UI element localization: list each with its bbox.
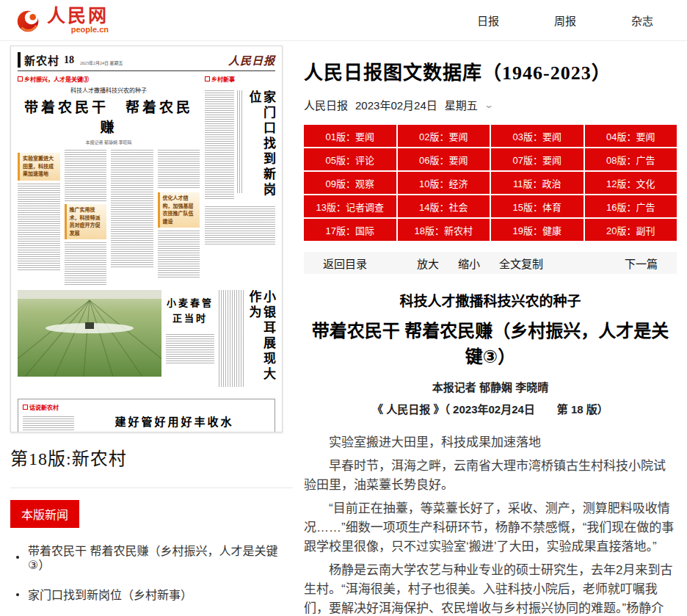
paper-masthead-row: 新农村 18 2023年2月24日 星期五 人民日报 xyxy=(18,52,275,68)
simulated-vertical-text xyxy=(237,90,244,193)
paper-column: 优化人才结构，加强基层农技推广队伍建设 xyxy=(158,150,200,285)
article-overline: 科技人才撒播科技兴农的种子 xyxy=(304,290,677,310)
people-swirl-icon xyxy=(15,7,43,35)
page-cell[interactable]: 01版：要闻 xyxy=(304,125,396,147)
page-cell-label: 18版：新农村 xyxy=(415,223,473,237)
page-cell-label: 09版：观察 xyxy=(326,176,374,190)
issue-date-selector[interactable]: 人民日报 2023年02月24日 星期五 ⌄ xyxy=(304,97,500,112)
page-cell[interactable]: 13版：记者调查 xyxy=(304,195,396,217)
zoom-in-button[interactable]: 放大 xyxy=(417,256,439,271)
chevron-down-icon[interactable]: ⌄ xyxy=(484,100,494,110)
brand-domain: people.cn xyxy=(71,25,109,34)
paper-kicker-right: 乡村新事 xyxy=(205,75,275,83)
zoom-out-button[interactable]: 缩小 xyxy=(458,256,480,271)
article: 科技人才撒播科技兴农的种子 带着农民干 帮着农民赚（乡村振兴，人才是关键③） 本… xyxy=(304,290,677,616)
page-cell[interactable]: 05版：评论 xyxy=(304,148,396,170)
paper-subhead-2: 推广实用技术，科技特派员对症开方促发展 xyxy=(65,204,107,239)
page-cell[interactable]: 03版：要闻 xyxy=(491,125,584,147)
photo-headline-line2: 正当时 xyxy=(166,311,214,327)
article-paragraph: 实验室搬进大田里，科技成果加速落地 xyxy=(304,433,677,452)
nav-weekly[interactable]: 周报 xyxy=(554,12,576,28)
issue-date: 2023年02月24日 xyxy=(355,97,437,112)
database-title: 人民日报图文数据库（1946-2023） xyxy=(304,57,677,84)
main-column: 人民日报图文数据库（1946-2023） 人民日报 2023年02月24日 星期… xyxy=(304,41,677,616)
paper-column: 推广实用技术，科技特派员对症开方促发展 xyxy=(65,150,107,285)
paper-mid-article: 小麦春管 正当时 xyxy=(166,290,214,393)
paper-byline: 本报记者 郁静娴 李晓晴 xyxy=(18,139,200,145)
page-cell[interactable]: 12版：文化 xyxy=(585,172,677,194)
simulated-text xyxy=(166,334,214,363)
page-cell[interactable]: 04版：要闻 xyxy=(585,125,677,147)
page-cell[interactable]: 06版：要闻 xyxy=(398,148,490,170)
paper-vertical-headline-1: 家门口找到新岗位 xyxy=(247,90,275,200)
page-cell[interactable]: 08版：广告 xyxy=(585,148,677,170)
nav-daily[interactable]: 日报 xyxy=(477,12,499,28)
page-cell[interactable]: 18版：新农村 xyxy=(398,219,490,241)
newspaper-page-thumbnail[interactable]: 新农村 18 2023年2月24日 星期五 人民日报 乡村振兴，人才是关键③ 科… xyxy=(10,46,283,432)
paper-kicker: 乡村振兴，人才是关键③ xyxy=(18,75,200,83)
paper-kicker-label: 乡村振兴，人才是关键③ xyxy=(24,75,89,83)
next-article-button[interactable]: 下一篇 xyxy=(625,256,658,271)
paper-section-block: 新农村 18 xyxy=(18,52,74,68)
paper-rule xyxy=(18,70,275,71)
paper-box-headline: 建好管好用好丰收水 xyxy=(79,413,270,429)
copy-fulltext-button[interactable]: 全文复制 xyxy=(499,256,543,271)
field-photo xyxy=(18,290,161,377)
paper-box-label: 话说新农村 xyxy=(23,403,270,411)
simulated-text xyxy=(205,90,234,200)
page-cell[interactable]: 07版：要闻 xyxy=(491,148,584,170)
page-cell-label: 20版：副刊 xyxy=(606,223,655,237)
paper-bottom-box: 话说新农村 建好管好用好丰收水 xyxy=(18,399,275,432)
bullet-icon xyxy=(16,593,19,596)
paper-date: 2023年2月24日 星期五 xyxy=(80,59,123,68)
page-cell-label: 12版：文化 xyxy=(606,176,655,190)
article-paragraph: 杨静是云南大学农艺与种业专业的硕士研究生，去年2月来到古生村。“洱海很美，村子也… xyxy=(304,561,677,616)
article-body: 实验室搬进大田里，科技成果加速落地 早春时节，洱海之畔，云南省大理市湾桥镇古生村… xyxy=(304,433,677,616)
page-cell-label: 07版：要闻 xyxy=(513,153,561,167)
photo-headline-line1: 小麦春管 xyxy=(166,296,214,311)
page-cell-label: 11版：政治 xyxy=(513,176,561,190)
page-cell-label: 08版：广告 xyxy=(606,153,655,167)
page-cell[interactable]: 11版：政治 xyxy=(491,172,584,194)
page-cell-label: 01版：要闻 xyxy=(326,129,374,143)
paper-main-article: 乡村振兴，人才是关键③ 科技人才撒播科技兴农的种子 带着农民干 帮着农民赚 本报… xyxy=(18,75,200,285)
page-cell-label: 06版：要闻 xyxy=(419,153,468,167)
paper-page-number: 18 xyxy=(64,54,74,66)
simulated-text xyxy=(65,242,107,285)
nav-magazine[interactable]: 杂志 xyxy=(631,12,653,28)
issue-paper: 人民日报 xyxy=(304,97,348,112)
article-toolbar: 返回目录 放大 缩小 全文复制 下一篇 xyxy=(304,252,677,274)
paper-right-article: 乡村新事 家门口找到新岗位 xyxy=(205,75,275,285)
paper-section-name: 新农村 xyxy=(24,52,59,68)
paper-photo-headline: 小麦春管 正当时 xyxy=(166,296,214,327)
brand-name: 人民网 xyxy=(47,7,109,25)
paper-kicker-right-label: 乡村新事 xyxy=(211,75,235,83)
simulated-text xyxy=(65,150,107,201)
page-cell[interactable]: 02版：要闻 xyxy=(398,125,490,147)
page-cell-label: 05版：评论 xyxy=(326,153,374,167)
page-cell[interactable]: 09版：观察 xyxy=(304,172,396,194)
simulated-text xyxy=(158,150,200,189)
page-cell-label: 04版：要闻 xyxy=(606,129,655,143)
paper-headline: 带着农民干 帮着农民赚 xyxy=(18,96,200,136)
back-to-index-button[interactable]: 返回目录 xyxy=(323,256,367,271)
news-link[interactable]: 带着农民干 帮着农民赚（乡村振兴，人才是关键③） xyxy=(10,544,293,572)
news-link[interactable]: 家门口找到新岗位（乡村新事） xyxy=(10,588,293,602)
paper-right-article-2: 小银耳展现大作为 xyxy=(219,290,275,393)
page-cell-label: 13版：记者调查 xyxy=(316,200,384,214)
page-cell[interactable]: 19版：健康 xyxy=(491,219,584,241)
section-news-badge: 本版新闻 xyxy=(10,500,79,528)
page-cell[interactable]: 17版：国际 xyxy=(304,219,396,241)
paper-box-label-text: 话说新农村 xyxy=(29,403,59,411)
divider xyxy=(10,488,293,488)
page-cell[interactable]: 15版：体育 xyxy=(491,195,584,217)
page-cell[interactable]: 10版：经济 xyxy=(398,172,490,194)
page-cell[interactable]: 16版：广告 xyxy=(585,195,677,217)
paper-overline: 科技人才撒播科技兴农的种子 xyxy=(18,86,200,94)
page-cell-label: 19版：健康 xyxy=(513,223,561,237)
page-cell[interactable]: 20版：副刊 xyxy=(585,219,677,241)
people-cn-logo[interactable]: 人民网 people.cn xyxy=(15,7,109,35)
news-link-label: 家门口找到新岗位（乡村新事） xyxy=(28,588,192,602)
article-byline: 本报记者 郁静娴 李晓晴 xyxy=(304,379,677,394)
page-cell[interactable]: 14版：社会 xyxy=(398,195,490,217)
